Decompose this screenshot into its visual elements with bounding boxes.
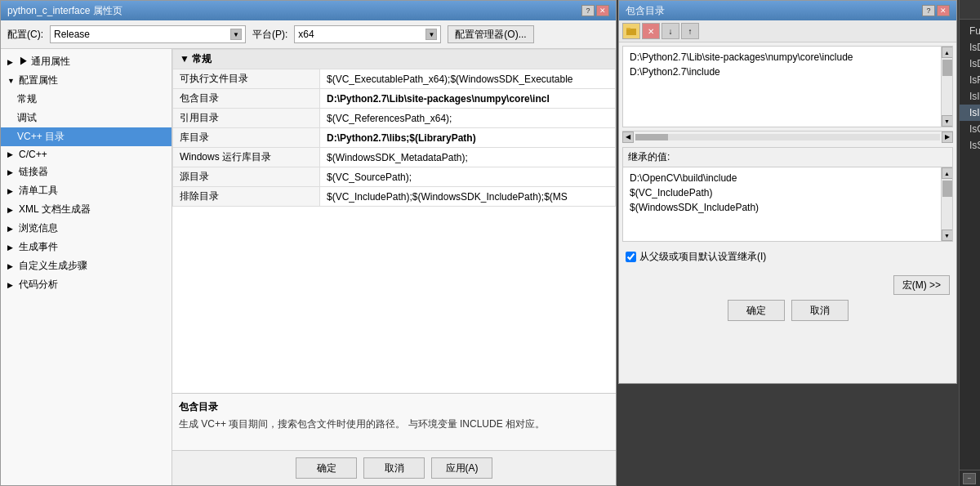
macro-button[interactable]: 宏(M) >> bbox=[893, 275, 950, 295]
main-close-button[interactable]: ✕ bbox=[596, 5, 609, 16]
include-list-container: D:\Python2.7\Lib\site-packages\numpy\cor… bbox=[622, 46, 953, 127]
table-row: 引用目录 $(VC_ReferencesPath_x64); bbox=[173, 109, 616, 128]
rp-item-isfinal[interactable]: IsFinal bbox=[960, 72, 980, 88]
include-close-button[interactable]: ✕ bbox=[937, 5, 950, 16]
prop-table: ▼ 常规 可执行文件目录 $(VC_ExecutablePath_x64);$(… bbox=[172, 49, 616, 207]
sidebar-item-manifest[interactable]: ▶ 清单工具 bbox=[1, 181, 172, 200]
right-panel-bottom: − 平 × × bbox=[960, 470, 980, 486]
hscroll-left-button[interactable]: ◀ bbox=[622, 132, 634, 143]
scroll-down-button[interactable]: ▼ bbox=[942, 115, 953, 127]
config-dropdown-arrow[interactable]: ▼ bbox=[230, 29, 242, 40]
rp-item-isdefault[interactable]: IsDefault bbox=[960, 39, 980, 56]
sidebar-item-custom-build[interactable]: ▶ 自定义生成步骤 bbox=[1, 256, 172, 275]
include-bottom-buttons: 确定 取消 bbox=[626, 300, 950, 321]
sidebar-item-general-props[interactable]: ▶ ▶ 通用属性 bbox=[1, 52, 172, 71]
inherited-title: 继承的值: bbox=[623, 148, 952, 167]
include-bottom: 宏(M) >> 确定 取消 bbox=[619, 269, 956, 328]
sidebar-item-browse[interactable]: ▶ 浏览信息 bbox=[1, 219, 172, 238]
titlebar-buttons: ? ✕ bbox=[581, 5, 609, 16]
prop-value-executable[interactable]: $(VC_ExecutablePath_x64);$(WindowsSDK_Ex… bbox=[320, 69, 616, 89]
sidebar-item-code-analysis[interactable]: ▶ 代码分析 bbox=[1, 275, 172, 294]
sidebar-item-general[interactable]: 常规 bbox=[1, 90, 172, 109]
inherited-item[interactable]: D:\OpenCV\build\include bbox=[626, 171, 938, 185]
include-list-scrollbar: ▲ ▼ bbox=[941, 47, 952, 127]
description-area: 包含目录 生成 VC++ 项目期间，搜索包含文件时使用的路径。 与环境变量 IN… bbox=[172, 393, 616, 450]
svg-rect-1 bbox=[626, 28, 630, 29]
main-dialog: python_c_interface 属性页 ? ✕ 配置(C): Releas… bbox=[0, 0, 617, 486]
platform-dropdown[interactable]: x64 ▼ bbox=[294, 25, 441, 43]
include-list: D:\Python2.7\Lib\site-packages\numpy\cor… bbox=[623, 47, 941, 127]
prop-name-source: 源目录 bbox=[173, 167, 320, 187]
include-titlebar-buttons: ? ✕ bbox=[922, 5, 950, 16]
sidebar-item-xml-doc[interactable]: ▶ XML 文档生成器 bbox=[1, 200, 172, 219]
inherited-list: D:\OpenCV\build\include $(VC_IncludePath… bbox=[623, 167, 941, 241]
include-ok-button[interactable]: 确定 bbox=[728, 300, 785, 321]
desc-text: 生成 VC++ 项目期间，搜索包含文件时使用的路径。 与环境变量 INCLUDE… bbox=[179, 417, 609, 431]
prop-value-source[interactable]: $(VC_SourcePath); bbox=[320, 167, 616, 187]
main-help-button[interactable]: ? bbox=[581, 5, 595, 16]
prop-value-library[interactable]: D:\Python2.7\libs;$(LibraryPath) bbox=[320, 128, 616, 148]
main-bottom-buttons: 确定 取消 应用(A) bbox=[172, 450, 616, 485]
include-help-button[interactable]: ? bbox=[922, 5, 935, 16]
rp-item-issealed[interactable]: IsSealed bbox=[960, 137, 980, 154]
prop-value-reference[interactable]: $(VC_ReferencesPath_x64); bbox=[320, 109, 616, 128]
rp-item-isoverloaded[interactable]: IsOverloaded bbox=[960, 121, 980, 137]
prop-value-include[interactable]: D:\Python2.7\Lib\site-packages\numpy\cor… bbox=[320, 89, 616, 109]
include-up-button[interactable]: ↑ bbox=[681, 23, 699, 39]
rp-item-fullname[interactable]: FullName bbox=[960, 23, 980, 39]
sidebar-item-linker[interactable]: ▶ 链接器 bbox=[1, 163, 172, 181]
config-dropdown[interactable]: Release ▼ bbox=[50, 25, 246, 43]
include-cancel-button[interactable]: 取消 bbox=[791, 300, 849, 321]
scroll-track[interactable] bbox=[942, 58, 953, 115]
sidebar-item-cpp[interactable]: ▶ C/C++ bbox=[1, 146, 172, 163]
inherited-scroll-track[interactable] bbox=[942, 179, 953, 230]
include-list-item[interactable]: D:\Python2.7\include bbox=[626, 65, 938, 79]
include-delete-button[interactable]: ✕ bbox=[642, 23, 660, 39]
rp-item-isinline[interactable]: IsInline bbox=[960, 105, 980, 121]
hscroll-thumb bbox=[635, 134, 668, 140]
inherited-scroll-up[interactable]: ▲ bbox=[942, 167, 953, 179]
main-titlebar: python_c_interface 属性页 ? ✕ bbox=[1, 1, 616, 20]
prop-value-exclude[interactable]: $(VC_IncludePath);$(WindowsSDK_IncludePa… bbox=[320, 187, 616, 207]
table-row: 可执行文件目录 $(VC_ExecutablePath_x64);$(Windo… bbox=[173, 69, 616, 89]
include-down-button[interactable]: ↓ bbox=[662, 23, 679, 39]
include-toolbar: ✕ ↓ ↑ bbox=[619, 20, 956, 42]
config-value: Release bbox=[54, 29, 90, 40]
main-ok-button[interactable]: 确定 bbox=[296, 457, 357, 479]
config-manager-button[interactable]: 配置管理器(O)... bbox=[448, 25, 533, 43]
rp-item-isinjected[interactable]: IsInjected bbox=[960, 88, 980, 105]
hscroll-track[interactable] bbox=[635, 134, 940, 140]
sidebar-item-vcpp-dirs[interactable]: VC++ 目录 bbox=[1, 127, 172, 146]
inherit-checkbox[interactable] bbox=[626, 252, 636, 262]
inherited-item[interactable]: $(WindowsSDK_IncludePath) bbox=[626, 200, 938, 215]
platform-label: 平台(P): bbox=[252, 28, 287, 42]
right-panel-list: FullName IsDefault IsDelete IsFinal IsIn… bbox=[960, 20, 980, 470]
main-apply-button[interactable]: 应用(A) bbox=[431, 457, 492, 479]
property-panel: ▼ 常规 可执行文件目录 $(VC_ExecutablePath_x64);$(… bbox=[172, 49, 616, 485]
platform-dropdown-arrow[interactable]: ▼ bbox=[425, 29, 437, 40]
inherited-item[interactable]: $(VC_IncludePath) bbox=[626, 185, 938, 200]
include-folder-button[interactable] bbox=[622, 23, 640, 39]
prop-name-library: 库目录 bbox=[173, 128, 320, 148]
main-cancel-button[interactable]: 取消 bbox=[363, 457, 425, 479]
inherited-scroll-thumb bbox=[942, 181, 952, 197]
rp-item-isdelete[interactable]: IsDelete bbox=[960, 56, 980, 72]
sidebar-item-debug[interactable]: 调试 bbox=[1, 109, 172, 127]
scroll-up-button[interactable]: ▲ bbox=[942, 47, 953, 58]
sidebar-item-config-props[interactable]: ▼ 配置属性 bbox=[1, 71, 172, 90]
scroll-thumb bbox=[942, 60, 952, 76]
sidebar-item-build-events[interactable]: ▶ 生成事件 bbox=[1, 238, 172, 256]
hscroll-right-button[interactable]: ▶ bbox=[942, 132, 953, 143]
include-dialog: 包含目录 ? ✕ ✕ ↓ ↑ D:\Python2.7\Lib\site-pac… bbox=[618, 0, 957, 384]
prop-name-exclude: 排除目录 bbox=[173, 187, 320, 207]
inherited-list-wrapper: D:\OpenCV\build\include $(VC_IncludePath… bbox=[623, 167, 952, 241]
include-list-item[interactable]: D:\Python2.7\Lib\site-packages\numpy\cor… bbox=[626, 50, 938, 65]
prop-value-winrt[interactable]: $(WindowsSDK_MetadataPath); bbox=[320, 148, 616, 167]
inherited-scrollbar: ▲ ▼ bbox=[941, 167, 952, 241]
content-area: ▶ ▶ 通用属性 ▼ 配置属性 常规 调试 VC++ 目录 ▶ C/C++ ▶ bbox=[1, 49, 616, 485]
table-row: 包含目录 D:\Python2.7\Lib\site-packages\nump… bbox=[173, 89, 616, 109]
include-hscrollbar: ◀ ▶ bbox=[622, 131, 953, 142]
rp-bottom-pin-button[interactable]: − bbox=[963, 473, 976, 484]
inherited-scroll-down[interactable]: ▼ bbox=[942, 230, 953, 241]
table-row: 源目录 $(VC_SourcePath); bbox=[173, 167, 616, 187]
